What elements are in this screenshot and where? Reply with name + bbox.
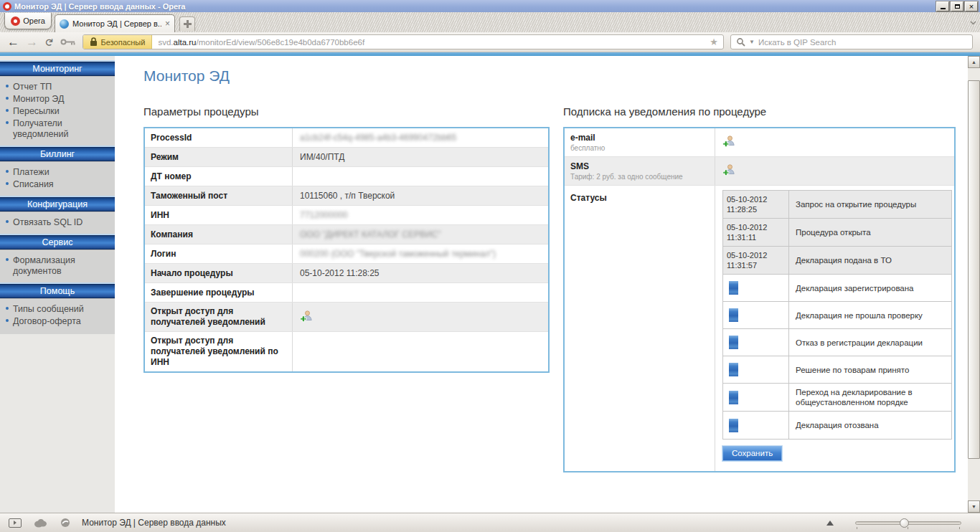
param-label: Открыт доступ для получателей уведомлени…: [145, 303, 293, 331]
bookmark-star-icon[interactable]: ★: [705, 37, 723, 47]
param-value: [293, 283, 548, 302]
bullet-icon: [6, 97, 9, 100]
url-domain: alta.ru: [174, 38, 197, 47]
status-bar: Монитор ЭД | Сервер ввода данных: [0, 513, 980, 532]
restore-button[interactable]: [951, 1, 963, 11]
statuses-table: 05-10-2012 11:28:25Запрос на открытие пр…: [722, 190, 952, 440]
subscribe-checkbox-icon[interactable]: [729, 281, 738, 295]
bullet-icon: [6, 220, 9, 223]
tab-title: Монитор ЭД | Сервер в...: [72, 19, 161, 28]
param-value: [293, 167, 548, 186]
opera-unite-cloud-icon[interactable]: [33, 518, 49, 528]
new-tab-button[interactable]: [179, 16, 195, 31]
status-label: Декларация не прошла проверку: [789, 302, 951, 328]
statuses-cell: 05-10-2012 11:28:25Запрос на открытие пр…: [715, 186, 956, 471]
sidebar-item[interactable]: Договор-оферта: [0, 315, 115, 328]
param-value: 7712000000: [293, 206, 548, 224]
sidebar-section-items: Типы сообщенийДоговор-оферта: [0, 298, 115, 334]
tab-monitor-ed[interactable]: Монитор ЭД | Сервер в... ×: [55, 14, 175, 32]
sms-subscribe-cell: [715, 157, 954, 185]
minimize-icon: [941, 8, 946, 9]
status-subscribe-cell: [723, 384, 789, 411]
security-badge-label: Безопасный: [101, 38, 146, 47]
tab-bar: Opera Монитор ЭД | Сервер в... ×: [0, 12, 980, 32]
param-label: Логин: [145, 244, 293, 263]
sidebar-item-label: Типы сообщений: [13, 304, 84, 315]
status-row: 05-10-2012 11:31:11Процедура открыта: [723, 219, 951, 247]
sidebar-item-label: Пересылки: [13, 106, 60, 117]
sidebar-item[interactable]: Типы сообщений: [0, 303, 115, 315]
tab-close-icon[interactable]: ×: [165, 19, 170, 28]
sidebar-item[interactable]: Получатели уведомлений: [0, 118, 115, 141]
param-label: Компания: [145, 225, 293, 244]
chevron-down-icon[interactable]: [970, 21, 976, 25]
status-row: Переход на декларирование в общеустановл…: [723, 384, 951, 412]
zoom-menu-icon[interactable]: [826, 521, 834, 526]
forward-button[interactable]: →: [26, 35, 38, 49]
plus-icon: [184, 20, 192, 28]
search-icon: [736, 37, 745, 47]
params-heading: Параметры процедуры: [143, 105, 550, 118]
subscribe-checkbox-icon[interactable]: [729, 391, 738, 404]
sidebar-item[interactable]: Отчет ТП: [0, 81, 115, 93]
bullet-icon: [6, 182, 9, 185]
back-button[interactable]: ←: [7, 35, 19, 49]
email-label-cell: e-mail бесплатно: [565, 128, 715, 156]
address-field[interactable]: Безопасный svd.alta.ru/monitorEd/view/50…: [83, 34, 724, 49]
zoom-slider-thumb[interactable]: [900, 518, 909, 528]
sidebar-item[interactable]: Списания: [0, 179, 115, 191]
url-text[interactable]: svd.alta.ru/monitorEd/view/506e8c19e4b0d…: [152, 38, 705, 47]
sidebar-item[interactable]: Отвязать SQL ID: [0, 217, 115, 229]
statuses-row: Статусы 05-10-2012 11:28:25Запрос на отк…: [565, 186, 954, 471]
opera-globe-icon: [60, 19, 69, 29]
page-title: Монитор ЭД: [143, 67, 230, 85]
subscribe-checkbox-icon[interactable]: [729, 336, 738, 349]
subscribe-checkbox-icon[interactable]: [729, 308, 738, 322]
window-title: Монитор ЭД | Сервер ввода данных - Opera: [14, 2, 935, 11]
add-user-icon[interactable]: [300, 310, 313, 325]
panel-toggle-icon[interactable]: [9, 518, 22, 528]
url-path: /monitorEd/view/506e8c19e4b0da6770bb6e6f: [196, 38, 364, 47]
scroll-up-button[interactable]: ▲: [968, 56, 980, 68]
zoom-slider[interactable]: [855, 518, 961, 528]
status-label: Декларация отозвана: [789, 412, 951, 439]
sidebar-item[interactable]: Монитор ЭД: [0, 93, 115, 105]
statuses-label: Статусы: [565, 186, 715, 471]
sidebar-section-items: Формализация документов: [0, 250, 115, 284]
sidebar-section-header: Конфигурация: [0, 197, 115, 212]
sms-row: SMS Тариф: 2 руб. за одно сообщение: [565, 157, 954, 186]
minimize-button[interactable]: [936, 1, 949, 11]
reload-button[interactable]: ↻: [42, 37, 55, 47]
email-sublabel: бесплатно: [570, 144, 709, 152]
close-button[interactable]: ×: [965, 1, 978, 11]
subscribe-checkbox-icon[interactable]: [729, 419, 738, 432]
status-time: 05-10-2012 11:31:57: [723, 247, 789, 274]
param-label: Начало процедуры: [145, 264, 293, 282]
status-subscribe-cell: [723, 412, 789, 439]
add-user-icon[interactable]: [722, 138, 735, 150]
sidebar-item[interactable]: Формализация документов: [0, 255, 115, 277]
save-button[interactable]: Сохранить: [722, 446, 782, 461]
chevron-down-icon[interactable]: ▼: [749, 39, 755, 45]
status-time: 05-10-2012 11:28:25: [723, 191, 789, 218]
bullet-icon: [6, 109, 9, 112]
statusbar-page-title: Монитор ЭД | Сервер ввода данных: [82, 518, 815, 528]
opera-menu-button[interactable]: Opera: [4, 13, 52, 29]
vertical-scrollbar[interactable]: ▲ ▼: [968, 56, 980, 513]
redacted-value: ООО "ДИРЕКТ КАТАЛОГ СЕРВИС": [300, 229, 441, 239]
opera-turbo-icon[interactable]: [60, 518, 70, 528]
param-row: ДТ номер: [145, 167, 548, 186]
param-value: a1cb24f-c54q-4985-a4b3-46990472bb65: [293, 128, 548, 147]
subscribe-checkbox-icon[interactable]: [729, 363, 738, 376]
sidebar-item-label: Монитор ЭД: [13, 94, 64, 105]
sidebar-item[interactable]: Платежи: [0, 166, 115, 179]
search-field[interactable]: ▼ Искать в QIP Search: [730, 34, 973, 49]
key-icon[interactable]: [60, 38, 76, 46]
sidebar-item[interactable]: Пересылки: [0, 105, 115, 118]
window-titlebar: Монитор ЭД | Сервер ввода данных - Opera…: [0, 0, 980, 12]
subscription-heading: Подписка на уведомления по процедуре: [563, 105, 956, 118]
add-user-icon[interactable]: [722, 166, 735, 179]
scroll-down-button[interactable]: ▼: [968, 500, 980, 513]
scrollbar-thumb[interactable]: [968, 80, 980, 459]
security-badge[interactable]: Безопасный: [83, 35, 153, 49]
